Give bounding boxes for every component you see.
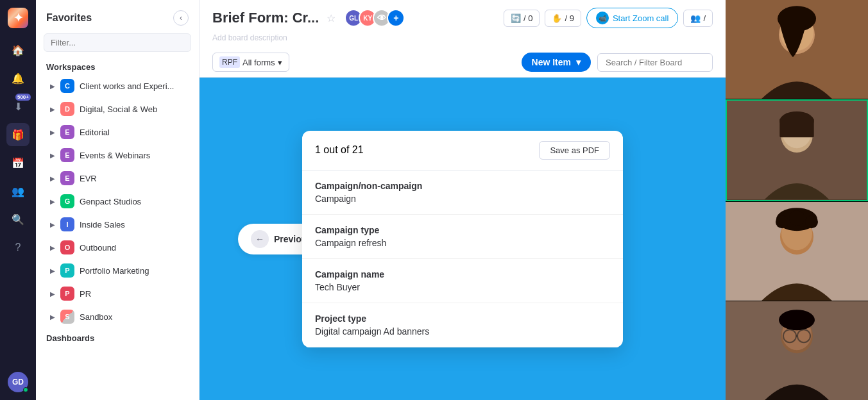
counter-text: 1 out of 21 [315, 144, 364, 156]
filter-input[interactable] [44, 33, 191, 52]
activity-count: / 9 [565, 13, 574, 23]
nav-icon-help[interactable]: ? [6, 236, 30, 259]
downloads-badge: 500+ [15, 94, 31, 101]
field-campaign-type: Campaign type Campaign refresh [302, 215, 623, 259]
form-fields: Campaign/non-campaign Campaign Campaign … [302, 171, 623, 347]
sidebar-item-label: Editorial [80, 128, 110, 137]
sidebar-item-digital[interactable]: ▶ D Digital, Social & Web [40, 98, 195, 120]
sidebar-item-genpact[interactable]: ▶ G Genpact Studios [40, 190, 195, 212]
video-tile-1 [726, 0, 868, 99]
zoom-icon: 📹 [596, 12, 609, 24]
header-toolbar: RPF All forms ▾ New Item ▾ [212, 47, 713, 77]
item-dot: E [60, 148, 74, 162]
field-value-3: Digital campaign Ad banners [315, 326, 610, 337]
persons-icon: 👥 [690, 13, 701, 23]
item-dot: C [60, 79, 74, 93]
sidebar-item-client[interactable]: ▶ C Client works and Experi... [40, 75, 195, 97]
video-tile-2 [726, 99, 868, 201]
save-pdf-button[interactable]: Save as PDF [539, 141, 610, 160]
search-filter-input[interactable] [597, 53, 713, 72]
chevron-icon: ▶ [50, 244, 55, 251]
item-dot: I [60, 217, 74, 231]
new-item-button[interactable]: New Item ▾ [522, 53, 591, 72]
nav-icon-downloads[interactable]: ⬇ 500+ [6, 95, 30, 118]
header-actions: 🔄 / 0 ✋ / 9 📹 Start Zoom call 👥 / [504, 8, 713, 28]
sidebar-item-outbound[interactable]: ▶ O Outbound [40, 237, 195, 258]
user-avatar[interactable]: GD [8, 372, 28, 392]
chevron-icon: ▶ [50, 106, 55, 113]
board-description[interactable]: Add board description [212, 33, 713, 42]
sidebar-item-label: EVR [80, 174, 97, 183]
nav-icon-people[interactable]: 👥 [6, 179, 30, 203]
item-dot: S [60, 310, 74, 324]
sidebar-item-label: Portfolio Marketing [80, 266, 149, 276]
zoom-button[interactable]: 📹 Start Zoom call [586, 8, 678, 28]
sidebar-item-label: PR [80, 289, 91, 299]
all-forms-label: All forms [243, 58, 275, 67]
workspaces-label: Workspaces [36, 57, 199, 74]
activity-button[interactable]: ✋ / 9 [545, 10, 581, 27]
sidebar-item-events[interactable]: ▶ E Events & Webinars [40, 144, 195, 166]
sidebar-item-label: Digital, Social & Web [80, 104, 157, 114]
video-tile-3 [726, 202, 868, 301]
updates-count: / 0 [523, 13, 532, 23]
chevron-icon: ▶ [50, 267, 55, 274]
main-header: Brief Form: Cr... ☆ GL KY 👁 + 🔄 / 0 ✋ / … [200, 0, 726, 78]
chevron-icon: ▶ [50, 290, 55, 297]
field-label-2: Campaign name [315, 269, 610, 279]
nav-icon-gift[interactable]: 🎁 [6, 123, 30, 146]
nav-panel-header: Favorites ‹ [36, 0, 199, 31]
field-value-1: Campaign refresh [315, 238, 610, 248]
chevron-icon: ▶ [50, 221, 55, 228]
form-card: 1 out of 21 Save as PDF Campaign/non-cam… [302, 131, 623, 347]
nav-icon-inbox[interactable]: 🔔 [6, 67, 30, 90]
item-dot: O [60, 240, 74, 254]
sidebar-item-label: Inside Sales [80, 220, 125, 229]
new-item-label: New Item [532, 57, 571, 67]
persons-button[interactable]: 👥 / [683, 10, 713, 27]
sidebar-item-inside[interactable]: ▶ I Inside Sales [40, 213, 195, 235]
chevron-icon: ▶ [50, 83, 55, 90]
item-dot: G [60, 194, 74, 208]
nav-icon-search[interactable]: 🔍 [6, 208, 30, 231]
app-logo: ✦ [8, 8, 28, 28]
all-forms-button[interactable]: RPF All forms ▾ [212, 53, 289, 72]
updates-button[interactable]: 🔄 / 0 [504, 10, 540, 27]
persons-count: / [703, 13, 706, 23]
field-value-0: Campaign [315, 194, 610, 204]
sidebar-item-pr[interactable]: ▶ P PR [40, 283, 195, 304]
avatars-group: GL KY 👁 + [348, 9, 405, 27]
sidebar-item-portfolio[interactable]: ▶ P Portfolio Marketing [40, 260, 195, 281]
nav-icon-home[interactable]: 🏠 [6, 38, 30, 62]
activity-icon: ✋ [552, 13, 562, 23]
sidebar-item-label: Sandbox [80, 312, 112, 322]
nav-icon-calendar[interactable]: 📅 [6, 151, 30, 174]
sidebar-item-sandbox[interactable]: ▶ S Sandbox [40, 306, 195, 328]
item-dot: E [60, 125, 74, 139]
star-icon[interactable]: ☆ [327, 12, 336, 24]
online-indicator [23, 387, 28, 392]
collapse-button[interactable]: ‹ [173, 10, 189, 26]
item-dot: P [60, 263, 74, 278]
sidebar-item-label: Outbound [80, 243, 116, 253]
nav-panel: Favorites ‹ Workspaces ▶ C Client works … [36, 0, 200, 400]
sidebar-item-label: Client works and Experi... [80, 81, 174, 91]
icon-sidebar: ✦ 🏠 🔔 ⬇ 500+ 🎁 📅 👥 🔍 ? GD [0, 0, 36, 400]
item-dot: P [60, 287, 74, 301]
video-panel [726, 0, 868, 400]
sidebar-item-editorial[interactable]: ▶ E Editorial [40, 121, 195, 143]
new-item-arrow-icon: ▾ [576, 57, 581, 67]
canvas-area: ← Previous Item 1 out of 21 Save as PDF … [200, 78, 726, 400]
sidebar-item-label: Events & Webinars [80, 151, 150, 160]
svg-point-14 [805, 215, 818, 228]
chevron-icon: ▶ [50, 175, 55, 182]
sidebar-item-evr[interactable]: ▶ E EVR [40, 167, 195, 189]
dashboards-label: Dashboards [36, 328, 199, 346]
svg-point-19 [779, 310, 815, 330]
field-label-0: Campaign/non-campaign [315, 181, 610, 191]
avatar-share[interactable]: + [387, 9, 405, 27]
item-dot: E [60, 171, 74, 185]
field-label-1: Campaign type [315, 225, 610, 235]
forms-chevron: ▾ [278, 58, 282, 67]
field-value-2: Tech Buyer [315, 282, 610, 292]
